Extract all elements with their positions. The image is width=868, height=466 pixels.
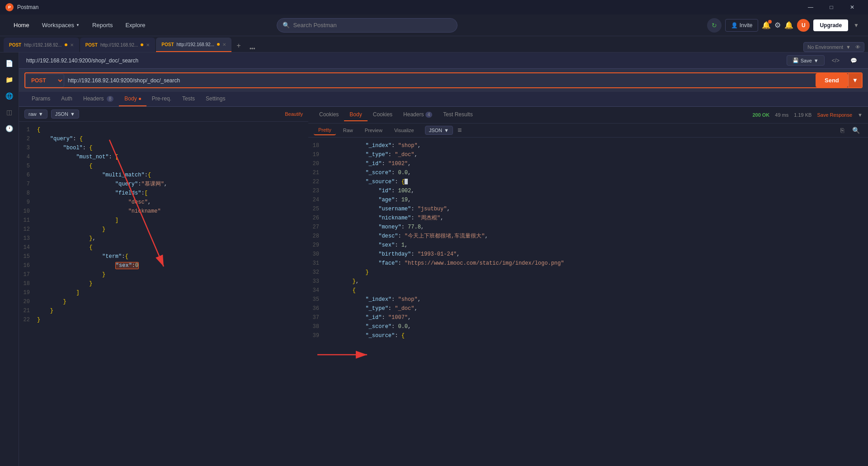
resp-line-35: 35 "_index": "shop", <box>308 295 868 304</box>
tab-1[interactable]: POST http://192.168.92... ✕ <box>4 38 79 52</box>
method-select[interactable]: POST GET PUT DELETE <box>25 74 64 87</box>
maximize-button[interactable]: □ <box>821 0 842 14</box>
tab-3-dot <box>217 43 220 46</box>
sidebar-environments-icon[interactable]: 🌐 <box>2 89 17 103</box>
tab-3-method: POST <box>161 42 174 47</box>
tab-1-dot <box>65 43 67 46</box>
tab-headers[interactable]: Headers 8 <box>78 92 119 106</box>
status-ok-badge: 200 OK <box>752 112 769 118</box>
app-title: Postman <box>17 4 38 10</box>
environment-select[interactable]: No Environment ▼ 👁 <box>803 42 864 52</box>
request-code-editor[interactable]: 1{ 2 "query": { 3 "bool": { 4 "must_not"… <box>19 122 308 466</box>
upgrade-dropdown-icon[interactable]: ▼ <box>852 20 861 30</box>
resp-filter-button[interactable]: ≡ <box>458 126 462 134</box>
response-size: 1.19 KB <box>794 112 811 118</box>
sidebar-history-icon[interactable]: 🕐 <box>2 121 17 136</box>
tab-body[interactable]: Body <box>119 92 146 106</box>
search-icon: 🔍 <box>283 22 290 29</box>
type-chevron-icon: ▼ <box>70 111 75 117</box>
resp-line-36: 36 "_type": "_doc", <box>308 304 868 313</box>
content-area: http://192.168.92.140:9200/shop/_doc/_se… <box>19 52 868 466</box>
code-line-17: 17 } <box>19 270 308 279</box>
format-select[interactable]: raw ▼ <box>24 109 47 119</box>
resp-format-raw[interactable]: Raw <box>339 126 358 135</box>
request-editor-toolbar: raw ▼ JSON ▼ Beautify <box>19 107 308 122</box>
notification-button[interactable]: 🔔 <box>762 21 771 29</box>
resp-format-pretty[interactable]: Pretty <box>314 125 336 135</box>
nav-bar: Home Workspaces ▼ Reports Explore 🔍 Sear… <box>0 14 868 36</box>
tab-2-method: POST <box>85 43 98 48</box>
tab-settings[interactable]: Settings <box>200 92 231 106</box>
response-status: 200 OK 49 ms 1.19 KB Save Response ▼ <box>752 112 863 118</box>
nav-explore[interactable]: Explore <box>119 14 151 36</box>
resp-tab-cookies-left[interactable]: Cookies <box>314 109 344 121</box>
resp-line-33: 33 }, <box>308 277 868 286</box>
copy-response-button[interactable]: ⎘ <box>838 125 847 135</box>
tab-2[interactable]: POST http://192.168.92... ✕ <box>80 38 156 52</box>
tab-prereq[interactable]: Pre-req. <box>146 92 177 106</box>
code-button[interactable]: </> <box>828 56 843 66</box>
code-line-20: 20 } <box>19 297 308 306</box>
url-input[interactable] <box>64 74 816 87</box>
bell-button[interactable]: 🔔 <box>784 21 793 29</box>
nav-home[interactable]: Home <box>7 14 36 36</box>
resp-format-chevron-icon: ▼ <box>444 128 449 133</box>
resp-format-select[interactable]: JSON ▼ <box>425 126 453 135</box>
more-tabs-button[interactable]: ••• <box>246 46 259 52</box>
sidebar-new-icon[interactable]: 📄 <box>2 56 17 71</box>
title-bar: P Postman — □ ✕ <box>0 0 868 14</box>
tab-params[interactable]: Params <box>26 92 56 106</box>
resp-tab-test-results[interactable]: Test Results <box>438 109 478 121</box>
send-dropdown-button[interactable]: ▼ <box>848 73 862 87</box>
minimize-button[interactable]: — <box>800 0 821 14</box>
tab-3[interactable]: POST http://192.168.92... ✕ <box>156 38 231 52</box>
resp-tab-headers[interactable]: Headers 4 <box>398 109 438 121</box>
save-button[interactable]: 💾 Save ▼ <box>787 55 825 66</box>
invite-icon: 👤 <box>731 22 738 29</box>
left-sidebar: 📄 📁 🌐 ◫ 🕐 <box>0 52 19 466</box>
search-response-button[interactable]: 🔍 <box>849 125 863 135</box>
resp-format-preview[interactable]: Preview <box>360 126 387 135</box>
tab-3-url: http://192.168.92... <box>177 42 214 47</box>
sidebar-collections-icon[interactable]: 📁 <box>2 72 17 87</box>
resp-format-visualize[interactable]: Visualize <box>390 126 419 135</box>
resp-line-37: 37 "_id": "1007", <box>308 313 868 322</box>
nav-right: ↻ 👤 Invite 🔔 ⚙ 🔔 U Upgrade ▼ <box>707 18 861 33</box>
nav-reports[interactable]: Reports <box>86 14 119 36</box>
search-bar[interactable]: 🔍 Search Postman <box>277 18 458 33</box>
nav-workspaces[interactable]: Workspaces ▼ <box>36 14 86 36</box>
sidebar-mock-icon[interactable]: ◫ <box>2 105 17 119</box>
upgrade-button[interactable]: Upgrade <box>813 19 848 31</box>
tab-tests[interactable]: Tests <box>177 92 200 106</box>
tab-3-close[interactable]: ✕ <box>222 42 226 47</box>
comments-button[interactable]: 💬 <box>847 56 861 66</box>
tab-auth[interactable]: Auth <box>56 92 78 106</box>
tab-2-url: http://192.168.92... <box>100 43 138 48</box>
tab-2-close[interactable]: ✕ <box>146 43 150 48</box>
beautify-button[interactable]: Beautify <box>285 111 303 117</box>
code-line-14: 14 { <box>19 243 308 252</box>
resp-line-31: 31 "face": "https://www.imooc.com/static… <box>308 259 868 268</box>
save-icon: 💾 <box>793 57 799 63</box>
invite-button[interactable]: 👤 Invite <box>725 19 759 32</box>
send-button[interactable]: Send <box>816 73 848 87</box>
close-button[interactable]: ✕ <box>842 0 863 14</box>
settings-button[interactable]: ⚙ <box>774 21 781 29</box>
tab-1-close[interactable]: ✕ <box>70 43 74 48</box>
resp-line-20: 20 "_id": "1002", <box>308 159 868 168</box>
env-chevron-icon: ▼ <box>846 44 851 50</box>
url-path: http://192.168.92.140:9200/shop/_doc/_se… <box>26 57 138 64</box>
resp-tab-body[interactable]: Body <box>344 109 367 121</box>
save-response-chevron-icon[interactable]: ▼ <box>858 112 863 118</box>
avatar[interactable]: U <box>797 19 810 32</box>
window-controls: — □ ✕ <box>800 0 863 14</box>
code-line-5: 5 { <box>19 162 308 171</box>
editor-split: raw ▼ JSON ▼ Beautify 1{ 2 "query": { 3 … <box>19 107 868 466</box>
sync-icon[interactable]: ↻ <box>707 18 722 33</box>
type-select[interactable]: JSON ▼ <box>51 109 79 119</box>
save-response-button[interactable]: Save Response <box>817 112 852 118</box>
resp-tab-cookies[interactable]: Cookies <box>368 109 398 121</box>
title-bar-left: P Postman <box>5 3 38 11</box>
resp-line-18: 18 "_index": "shop", <box>308 141 868 150</box>
add-tab-button[interactable]: + <box>232 39 245 52</box>
